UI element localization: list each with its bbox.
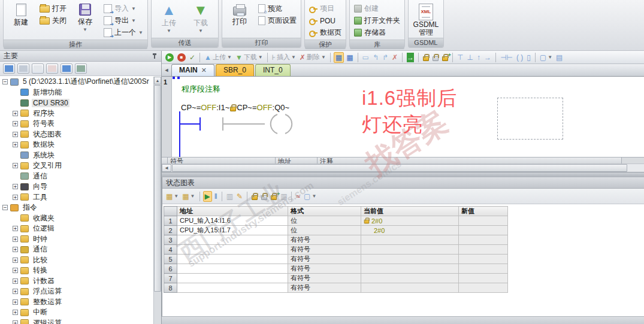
tab-MAIN[interactable]: MAIN✕: [171, 64, 214, 76]
tree-item-交叉引用[interactable]: +交叉引用: [0, 161, 153, 171]
current-value-cell[interactable]: 2#0: [361, 226, 459, 235]
expand-icon[interactable]: +: [13, 142, 18, 147]
expand-icon[interactable]: +: [13, 278, 18, 284]
format-cell[interactable]: 有符号: [288, 283, 361, 293]
pou-view-icon[interactable]: ▦: [334, 52, 344, 63]
delete-icon[interactable]: ✗删除▼: [298, 52, 327, 63]
branch-up-icon[interactable]: ⊥: [466, 52, 474, 63]
tab-INT_0[interactable]: INT_0: [255, 64, 291, 76]
tree-item-新增功能[interactable]: 新增功能: [0, 87, 153, 98]
unforce-icon[interactable]: [260, 191, 268, 202]
new-value-cell[interactable]: [459, 255, 508, 264]
expand-icon[interactable]: +: [13, 237, 18, 242]
format-cell[interactable]: 有符号: [288, 235, 361, 245]
previous-button[interactable]: 上一个 ▼: [102, 27, 145, 38]
tree-item-位逻辑[interactable]: +位逻辑: [0, 223, 153, 234]
tree-item-状态图表[interactable]: +状态图表: [0, 129, 153, 140]
current-value-cell[interactable]: [361, 274, 459, 283]
tree-scrollbar-thumb[interactable]: [154, 85, 161, 292]
write-icon[interactable]: ✎: [235, 191, 244, 202]
tree-item-通信[interactable]: +通信: [0, 244, 153, 255]
data-page-protect-button[interactable]: 数据页: [307, 27, 343, 38]
expand-icon[interactable]: +: [13, 310, 18, 315]
editor-scrollbar-thumb[interactable]: [172, 164, 627, 172]
project-protect-button[interactable]: 项目: [307, 3, 343, 14]
export-button[interactable]: 导出 ▼: [102, 15, 145, 26]
import-button[interactable]: 导入 ▼: [102, 3, 145, 14]
list-view-icon[interactable]: [61, 63, 72, 74]
expand-icon[interactable]: +: [13, 299, 18, 305]
new-value-cell[interactable]: [459, 245, 508, 255]
editor-horizontal-scrollbar[interactable]: ◄: [162, 163, 644, 172]
read-icon[interactable]: ▶: [203, 191, 212, 202]
bookmark-icon[interactable]: ▭: [361, 52, 370, 63]
grid-view-icon[interactable]: [17, 63, 29, 74]
tree-item-通信[interactable]: 通信: [0, 171, 153, 182]
row-number[interactable]: 2: [164, 226, 177, 235]
add-chart-icon[interactable]: ▦▼: [165, 191, 180, 202]
table-partial-icon[interactable]: ▤: [555, 52, 564, 63]
tree-item-工具[interactable]: +工具: [0, 192, 153, 203]
ladder-editor[interactable]: 1 程序段注释 CP~=OFF:I1~CP~=OFF:Q0~ i1.6强制后 灯…: [162, 77, 644, 157]
page-setup-button[interactable]: 页面设置: [256, 15, 298, 26]
coil-icon[interactable]: ( ): [515, 52, 524, 63]
row-number[interactable]: 4: [164, 245, 177, 255]
new-value-cell[interactable]: [459, 274, 508, 283]
row-number[interactable]: 1: [164, 216, 177, 226]
new-value-cell[interactable]: [459, 216, 508, 226]
expand-icon[interactable]: +: [13, 121, 18, 126]
current-value-cell[interactable]: [361, 255, 459, 264]
address-cell[interactable]: CPU_输入15:I1.7: [177, 226, 288, 235]
address-cell[interactable]: CPU_输入14:I1.6: [177, 216, 288, 226]
expand-icon[interactable]: +: [13, 247, 18, 252]
tree-item-符号表[interactable]: +符号表: [0, 119, 153, 129]
close-button[interactable]: 关闭: [38, 15, 68, 26]
view-toggle-icon[interactable]: [3, 63, 15, 74]
expand-icon[interactable]: +: [13, 132, 18, 137]
read-all-icon[interactable]: ▥: [225, 191, 234, 202]
delete-chart-dropdown-icon[interactable]: ▼: [191, 195, 195, 198]
insert-icon[interactable]: ⊦插入▼: [271, 52, 297, 63]
address-cell[interactable]: [177, 245, 288, 255]
current-value-cell[interactable]: [361, 283, 459, 293]
tree-item-浮点运算[interactable]: +浮点运算: [0, 286, 153, 297]
address-cell[interactable]: [177, 274, 288, 283]
line-right-icon[interactable]: →: [483, 52, 492, 63]
tree-item-指令[interactable]: −指令: [0, 202, 153, 213]
new-value-cell[interactable]: [459, 226, 508, 235]
compile-icon[interactable]: ✓: [188, 52, 196, 63]
gsdml-manage-button[interactable]: GSDML 管理: [411, 2, 441, 35]
format-cell[interactable]: 有符号: [288, 245, 361, 255]
tree-item-CPU SR30[interactable]: CPU SR30: [0, 98, 153, 108]
row-number[interactable]: 6: [164, 264, 177, 274]
tree-item-时钟[interactable]: +时钟: [0, 234, 153, 245]
tree-item-系统块[interactable]: 系统块: [0, 150, 153, 161]
download-icon[interactable]: ▼下载▼: [234, 52, 264, 63]
toggle-addressing-icon[interactable]: ▢▼: [539, 52, 554, 63]
monitor-view-icon[interactable]: [75, 63, 87, 74]
format-cell[interactable]: 有符号: [288, 274, 361, 283]
tree-item-逻辑运算[interactable]: +逻辑运算: [0, 318, 153, 324]
expand-icon[interactable]: +: [13, 184, 18, 189]
row-number[interactable]: 3: [164, 235, 177, 245]
toggle-view-dropdown-icon[interactable]: ▼: [312, 195, 316, 198]
pou-protect-button[interactable]: POU: [307, 15, 343, 26]
address-cell[interactable]: [177, 255, 288, 264]
column-header-当前值[interactable]: 当前值: [361, 207, 459, 216]
row-number[interactable]: 8: [164, 283, 177, 293]
expand-icon[interactable]: +: [13, 268, 18, 273]
address-cell[interactable]: [177, 283, 288, 293]
read-forced-icon[interactable]: ▥: [279, 191, 288, 202]
tab-SBR_0[interactable]: SBR_0: [216, 64, 254, 76]
contact-icon[interactable]: ⊣⊢: [499, 52, 514, 63]
pin-icon[interactable]: [152, 53, 158, 59]
tree-item-收藏夹[interactable]: 收藏夹: [0, 213, 153, 224]
document-view-icon[interactable]: [32, 63, 44, 74]
panel-splitter[interactable]: [162, 172, 644, 177]
next-bookmark-icon[interactable]: ↱: [381, 52, 389, 63]
format-cell[interactable]: 位: [288, 226, 361, 235]
tree-item-中断[interactable]: +中断: [0, 307, 153, 318]
format-cell[interactable]: 有符号: [288, 264, 361, 274]
save-dropdown-icon[interactable]: ▼: [83, 28, 87, 32]
current-value-cell[interactable]: [361, 245, 459, 255]
